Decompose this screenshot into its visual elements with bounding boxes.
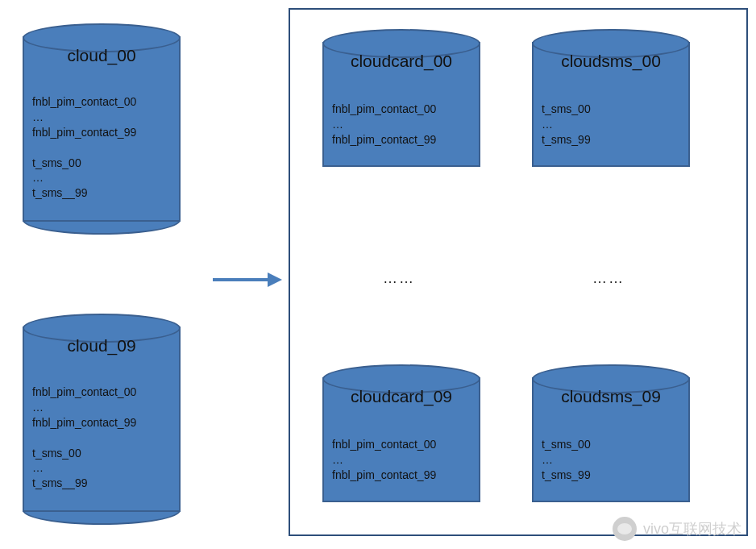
watermark: vivo互联网技术 [613,517,741,541]
db-tables: t_sms_00 … t_sms_99 [542,437,591,483]
diagram-stage: cloud_00 fnbl_pim_contact_00 … fnbl_pim_… [0,0,756,549]
db-tables: fnbl_pim_contact_00 … fnbl_pim_contact_9… [332,102,436,148]
ellipsis-label: …… [383,270,415,287]
db-cylinder-cloudsms-00: cloudsms_00 t_sms_00 … t_sms_99 [532,42,690,167]
db-title: cloudsms_00 [534,52,688,71]
svg-marker-1 [268,272,282,287]
db-cylinder-cloud-00: cloud_00 fnbl_pim_contact_00 … fnbl_pim_… [23,36,181,222]
wechat-icon [613,517,637,541]
db-title: cloudcard_00 [324,52,479,71]
db-title: cloudsms_09 [534,387,688,406]
db-tables: fnbl_pim_contact_00 … fnbl_pim_contact_9… [32,385,136,491]
ellipsis-label: …… [592,270,625,287]
db-tables: t_sms_00 … t_sms_99 [542,102,591,148]
db-cylinder-cloudcard-00: cloudcard_00 fnbl_pim_contact_00 … fnbl_… [322,42,480,167]
db-tables: fnbl_pim_contact_00 … fnbl_pim_contact_9… [32,94,136,201]
db-tables: fnbl_pim_contact_00 … fnbl_pim_contact_9… [332,437,436,483]
db-cylinder-cloudcard-09: cloudcard_09 fnbl_pim_contact_00 … fnbl_… [322,377,480,502]
db-cylinder-cloud-09: cloud_09 fnbl_pim_contact_00 … fnbl_pim_… [23,326,181,512]
watermark-text: vivo互联网技术 [643,519,741,539]
db-title: cloud_09 [24,336,179,356]
db-title: cloudcard_09 [324,387,479,406]
db-title: cloud_00 [24,46,179,65]
db-cylinder-cloudsms-09: cloudsms_09 t_sms_00 … t_sms_99 [532,377,690,502]
arrow-icon [211,270,284,289]
